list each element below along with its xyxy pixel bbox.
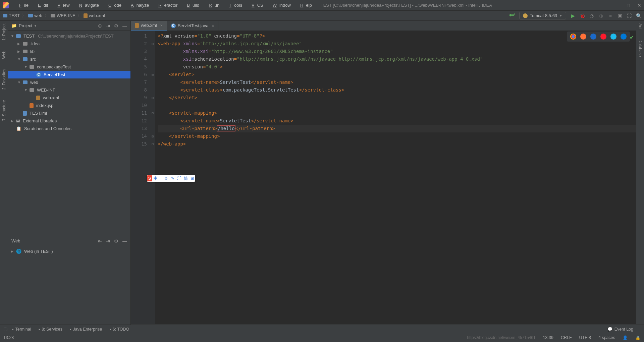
globe-icon: 🌐: [16, 249, 21, 254]
tree-item[interactable]: web.xml: [8, 94, 130, 102]
build-icon[interactable]: ⮨: [509, 12, 515, 19]
open-in-browser-bar: [567, 32, 630, 42]
ime-button[interactable]: ,: [159, 176, 163, 181]
maximize-icon[interactable]: □: [627, 3, 630, 8]
tree-item[interactable]: ▼web: [8, 78, 130, 86]
close-tab-icon[interactable]: ×: [212, 23, 214, 28]
event-log-label: Event Log: [614, 327, 633, 332]
close-tab-icon[interactable]: ×: [160, 23, 163, 28]
indent-info[interactable]: 4 spaces: [598, 335, 615, 340]
file-encoding[interactable]: UTF-8: [579, 335, 591, 340]
ie-icon[interactable]: [610, 34, 616, 40]
ime-button[interactable]: ⛶: [176, 176, 182, 181]
menu-file[interactable]: File: [13, 1, 31, 9]
tool-stripe-ant[interactable]: Ant: [638, 23, 643, 30]
menu-help[interactable]: Help: [295, 1, 315, 9]
menu-run[interactable]: Run: [203, 1, 222, 9]
edge-icon[interactable]: [621, 34, 627, 40]
chevron-down-icon: ▼: [559, 14, 562, 17]
opera-icon[interactable]: [600, 34, 606, 40]
tree-item[interactable]: ▼TESTC:\Users\chenjiajun\IdeaProjects\TE…: [8, 32, 130, 40]
breadcrumb-item[interactable]: web.xml: [84, 13, 105, 18]
menu-tools[interactable]: Tools: [223, 1, 245, 9]
expand-all-icon[interactable]: ⇥: [106, 23, 110, 28]
chevron-down-icon[interactable]: ▼: [34, 24, 37, 27]
tree-item[interactable]: ▶𝍎External Libraries: [8, 117, 130, 125]
ime-button[interactable]: ✎: [170, 176, 176, 181]
lock-icon[interactable]: 🔒: [635, 335, 641, 340]
debug-icon[interactable]: 🐞: [580, 13, 585, 18]
tool-stripe-structure[interactable]: 7: Structure: [2, 100, 6, 121]
toolwindow-quick-access-icon[interactable]: ▢: [3, 327, 7, 332]
expand-icon[interactable]: ⇤: [98, 238, 102, 244]
breadcrumb-item[interactable]: WEB-INF: [51, 13, 75, 18]
editor-tab[interactable]: web.xml×: [131, 21, 167, 31]
project-tree: ▼TESTC:\Users\chenjiajun\IdeaProjects\TE…: [8, 31, 130, 236]
search-icon[interactable]: 🔍: [636, 13, 641, 18]
tree-item[interactable]: TEST.iml: [8, 109, 130, 117]
ime-button[interactable]: 中: [152, 176, 159, 181]
breadcrumb-item[interactable]: web: [28, 13, 42, 18]
tree-item[interactable]: ▼com.packageTest: [8, 63, 130, 71]
menu-build[interactable]: Build: [181, 1, 202, 9]
event-log-button[interactable]: 💬 Event Log: [607, 327, 633, 332]
menu-analyze[interactable]: Analyze: [125, 1, 152, 9]
caret-position[interactable]: 13:39: [543, 335, 553, 340]
safari-icon[interactable]: [590, 34, 596, 40]
tool-stripe-project[interactable]: 1: Project: [2, 23, 6, 41]
tree-item[interactable]: ▶.idea: [8, 40, 130, 48]
gear-icon[interactable]: ⚙: [114, 238, 118, 244]
code-editor[interactable]: <?xml version="1.0" encoding="UTF-8"?><w…: [155, 31, 636, 324]
hide-icon[interactable]: —: [122, 23, 127, 28]
tool-stripe-favorites[interactable]: 2: Favorites: [2, 69, 6, 90]
menu-refactor[interactable]: Refactor: [153, 1, 180, 9]
menu-code[interactable]: Code: [103, 1, 124, 9]
tree-item[interactable]: ▶lib: [8, 48, 130, 55]
toolwindow-terminal[interactable]: ▪Terminal: [12, 327, 31, 332]
ime-toolbar[interactable]: S中,☺✎⛶简⊞: [147, 175, 195, 182]
stop-icon[interactable]: ■: [608, 13, 613, 18]
run-config-label: Tomcat 8.5.63: [530, 13, 557, 18]
coverage-icon[interactable]: ◔: [589, 13, 594, 18]
minimize-icon[interactable]: —: [615, 3, 620, 8]
tool-stripe-database[interactable]: Database: [638, 40, 643, 57]
menu-edit[interactable]: Edit: [33, 1, 51, 9]
menu-navigate[interactable]: Navigate: [74, 1, 102, 9]
menu-vcs[interactable]: VCS: [246, 1, 266, 9]
app-logo-icon: [3, 2, 9, 8]
tree-item[interactable]: 📋Scratches and Consoles: [8, 125, 130, 132]
tree-item[interactable]: index.jsp: [8, 102, 130, 109]
profile-icon[interactable]: ◑: [598, 13, 604, 18]
breadcrumb-item[interactable]: TEST: [3, 13, 20, 18]
tree-item[interactable]: ▼src: [8, 55, 130, 63]
run-config-selector[interactable]: Tomcat 8.5.63 ▼: [519, 12, 566, 19]
update-icon[interactable]: ▣: [617, 13, 623, 18]
toolwindow-services[interactable]: ▪8: Services: [39, 327, 62, 332]
ime-button[interactable]: 简: [182, 176, 189, 181]
inspection-ok-icon[interactable]: ✔: [630, 34, 634, 41]
run-icon[interactable]: ▶: [570, 13, 576, 18]
menu-window[interactable]: Window: [267, 1, 293, 9]
chrome-icon[interactable]: [570, 34, 576, 40]
firefox-icon[interactable]: [580, 34, 586, 40]
inspection-icon[interactable]: 👤: [623, 335, 628, 340]
ime-button[interactable]: ☺: [163, 176, 169, 181]
toolwindow-javaenterprise[interactable]: ▪Java Enterprise: [70, 327, 102, 332]
tool-stripe-web[interactable]: Web: [2, 51, 6, 59]
menu-view[interactable]: View: [52, 1, 72, 9]
collapse-icon[interactable]: ⇥: [106, 238, 110, 244]
toolwindow-todo[interactable]: ▪6: TODO: [109, 327, 129, 332]
tree-item[interactable]: ▼WEB-INF: [8, 86, 130, 94]
search-everywhere-icon[interactable]: ⛶: [627, 13, 632, 18]
class-icon: C: [171, 23, 176, 28]
close-icon[interactable]: ✕: [637, 3, 641, 8]
terminal-icon: ▪: [12, 327, 13, 332]
tree-item[interactable]: CServletTest: [8, 71, 130, 78]
line-separator[interactable]: CRLF: [561, 335, 572, 340]
tree-item[interactable]: ▶🌐Web (in TEST): [8, 247, 130, 255]
hide-icon[interactable]: —: [122, 238, 127, 244]
editor-tab[interactable]: CServletTest.java×: [167, 21, 219, 31]
gear-icon[interactable]: ⚙: [114, 23, 118, 28]
ime-button[interactable]: ⊞: [189, 176, 195, 181]
locate-icon[interactable]: ⊕: [98, 23, 102, 28]
